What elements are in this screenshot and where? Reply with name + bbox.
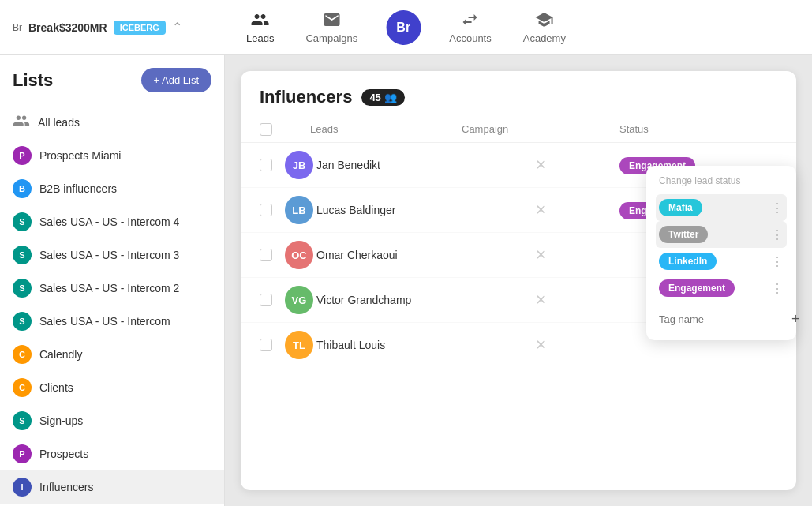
row-checkbox-cell [260, 159, 285, 171]
sidebar-header: Lists + Add List [0, 68, 224, 105]
sidebar-item-sales-usa-3[interactable]: S Sales USA - US - Intercom 3 [0, 238, 224, 272]
prospects-miami-label: Prospects Miami [39, 149, 121, 162]
chevron-icon[interactable]: ⌃ [172, 20, 182, 35]
campaign-x-4[interactable]: ✕ [462, 291, 619, 309]
nav-academy-label: Academy [523, 32, 566, 44]
status-dropdown-title: Change lead status [656, 175, 787, 186]
nav-item-campaigns[interactable]: Campaigns [290, 4, 373, 51]
iceberg-badge[interactable]: ICEBERG [114, 21, 166, 35]
top-navigation: Br Break$3200MR ICEBERG ⌃ Leads Campaign… [0, 0, 812, 55]
list-icon-S2: S [13, 279, 32, 298]
add-tag-icon[interactable]: + [791, 311, 800, 328]
status-option-twitter[interactable]: Twitter ⋮ [656, 221, 787, 248]
leads-panel-title: Influencers [260, 87, 352, 107]
lead-name-4[interactable]: Victor Grandchamp [310, 294, 462, 306]
status-option-engagement[interactable]: Engagement ⋮ [656, 275, 787, 302]
lead-name-5[interactable]: Thibault Louis [310, 339, 462, 351]
sidebar-item-b2b-influencers[interactable]: B B2B influencers [0, 172, 224, 205]
status-option-mafia[interactable]: Mafia ⋮ [656, 194, 787, 221]
prospects-label: Prospects [39, 448, 88, 460]
sidebar-item-sales-usa[interactable]: S Sales USA - US - Intercom [0, 305, 224, 338]
campaign-x-5[interactable]: ✕ [462, 336, 619, 354]
sales-usa-label: Sales USA - US - Intercom [39, 315, 170, 328]
main-layout: Lists + Add List All leads P Prospects M… [0, 55, 812, 506]
sidebar-item-prospects[interactable]: P Prospects [0, 437, 224, 470]
header-campaign: Campaign [462, 123, 619, 136]
status-option-linkedin[interactable]: LinkedIn ⋮ [656, 248, 787, 275]
list-icon-P2: P [13, 444, 32, 463]
header-status: Status [619, 123, 777, 136]
row-checkbox-4[interactable] [260, 294, 272, 306]
nav-item-avatar[interactable]: Br [373, 7, 433, 48]
sidebar-item-clients[interactable]: C Clients [0, 371, 224, 404]
status-tag-mafia[interactable]: Mafia [659, 199, 702, 216]
dots-icon-engagement[interactable]: ⋮ [771, 281, 784, 296]
sidebar-item-prospects-miami[interactable]: P Prospects Miami [0, 139, 224, 172]
row-checkbox-3[interactable] [260, 249, 272, 261]
main-content: Influencers 45 👥 Leads Campaign Status [225, 55, 812, 506]
lead-avatar-3: OC [285, 241, 313, 269]
list-icon-B: B [13, 179, 32, 198]
sidebar-item-sales-usa-2[interactable]: S Sales USA - US - Intercom 2 [0, 272, 224, 305]
nav-item-leads[interactable]: Leads [230, 4, 290, 51]
nav-leads-label: Leads [246, 32, 274, 44]
dots-icon-twitter[interactable]: ⋮ [771, 227, 784, 242]
row-checkbox-cell [260, 339, 285, 351]
list-icon-S-signups: S [13, 411, 32, 430]
header-leads: Leads [310, 123, 462, 136]
nav-center: Leads Campaigns Br Accounts Academy [230, 4, 582, 51]
lead-avatar-4: VG [285, 286, 313, 314]
list-icon-I: I [13, 478, 32, 497]
leads-panel-header: Influencers 45 👥 [241, 71, 796, 107]
header-avatar-cell [285, 123, 310, 136]
add-list-button[interactable]: + Add List [141, 68, 211, 92]
brand-name: Break$3200MR [28, 21, 107, 34]
nav-item-academy[interactable]: Academy [507, 4, 582, 51]
row-checkbox-5[interactable] [260, 339, 272, 351]
sidebar-item-calendly[interactable]: C Calendly [0, 338, 224, 371]
lead-name-2[interactable]: Lucas Baldinger [310, 204, 462, 216]
list-icon-C1: C [13, 345, 32, 364]
list-icon-S3: S [13, 246, 32, 264]
lead-name-1[interactable]: Jan Benedikt [310, 159, 462, 171]
nav-accounts-label: Accounts [449, 32, 491, 44]
list-icon-S1: S [13, 312, 32, 331]
dots-icon-linkedin[interactable]: ⋮ [771, 254, 784, 269]
row-checkbox-2[interactable] [260, 204, 272, 216]
sidebar-item-influencers[interactable]: I Influencers [0, 470, 224, 504]
lead-name-3[interactable]: Omar Cherkaoui [310, 249, 462, 261]
select-all-checkbox[interactable] [260, 123, 272, 136]
dots-icon-mafia[interactable]: ⋮ [771, 201, 784, 216]
sales-usa-3-label: Sales USA - US - Intercom 3 [39, 249, 179, 261]
campaign-x-1[interactable]: ✕ [462, 156, 619, 174]
leads-count-icon: 👥 [384, 92, 397, 103]
list-icon-C2: C [13, 378, 32, 397]
row-checkbox-cell [260, 204, 285, 216]
status-tag-linkedin[interactable]: LinkedIn [659, 253, 717, 270]
status-tag-twitter[interactable]: Twitter [659, 226, 708, 243]
sidebar-item-sales-usa-4[interactable]: S Sales USA - US - Intercom 4 [0, 205, 224, 238]
campaign-x-2[interactable]: ✕ [462, 201, 619, 219]
row-checkbox-cell [260, 294, 285, 306]
sidebar-item-sign-ups[interactable]: S Sign-ups [0, 404, 224, 437]
tag-name-input[interactable] [659, 313, 791, 325]
table-header: Leads Campaign Status [241, 117, 796, 143]
status-tag-engagement[interactable]: Engagement [659, 279, 735, 297]
list-icon-S4: S [13, 212, 32, 231]
sidebar-item-all-leads[interactable]: All leads [0, 105, 224, 139]
sign-ups-label: Sign-ups [39, 414, 83, 427]
nav-item-accounts[interactable]: Accounts [433, 4, 507, 51]
row-checkbox-1[interactable] [260, 159, 272, 171]
leads-count: 45 [369, 92, 380, 103]
lead-avatar-1: JB [285, 151, 313, 179]
sidebar-title: Lists [13, 70, 53, 91]
lead-avatar-2: LB [285, 196, 313, 224]
list-icon-P: P [13, 146, 32, 165]
header-checkbox-cell [260, 123, 285, 136]
all-leads-label: All leads [38, 116, 80, 129]
people-icon [13, 112, 30, 132]
brand-abbr: Br [13, 22, 22, 33]
user-avatar[interactable]: Br [386, 10, 421, 45]
b2b-influencers-label: B2B influencers [39, 182, 117, 195]
campaign-x-3[interactable]: ✕ [462, 246, 619, 264]
